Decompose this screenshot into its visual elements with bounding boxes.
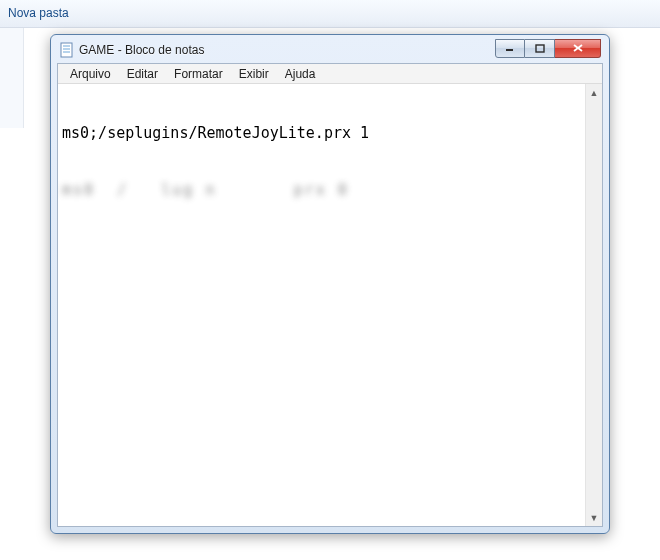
text-line: ms0;/seplugins/RemoteJoyLite.prx 1 [62,124,581,143]
window-controls [495,39,601,58]
menu-help[interactable]: Ajuda [277,66,324,82]
titlebar[interactable]: GAME - Bloco de notas [57,41,603,63]
breadcrumb[interactable]: Nova pasta [8,6,69,20]
client-area: Arquivo Editar Formatar Exibir Ajuda ms0… [57,63,603,527]
editor-wrap: ms0;/seplugins/RemoteJoyLite.prx 1 ms0 /… [58,84,602,526]
explorer-sidebar [0,28,24,128]
maximize-button[interactable] [525,39,555,58]
notepad-window: GAME - Bloco de notas Arquivo Editar For… [50,34,610,534]
close-button[interactable] [555,39,601,58]
scroll-up-arrow-icon[interactable]: ▲ [586,84,602,101]
svg-rect-5 [536,45,544,52]
menu-file[interactable]: Arquivo [62,66,119,82]
text-editor[interactable]: ms0;/seplugins/RemoteJoyLite.prx 1 ms0 /… [58,84,585,526]
explorer-toolbar: Nova pasta [0,0,660,28]
svg-rect-0 [61,43,72,57]
menubar: Arquivo Editar Formatar Exibir Ajuda [58,64,602,84]
scroll-down-arrow-icon[interactable]: ▼ [586,509,602,526]
menu-view[interactable]: Exibir [231,66,277,82]
text-line-obscured: ms0 / lug n prx 0 [62,181,581,200]
notepad-icon [59,42,75,58]
vertical-scrollbar[interactable]: ▲ ▼ [585,84,602,526]
menu-edit[interactable]: Editar [119,66,166,82]
window-title: GAME - Bloco de notas [79,43,495,57]
minimize-button[interactable] [495,39,525,58]
menu-format[interactable]: Formatar [166,66,231,82]
